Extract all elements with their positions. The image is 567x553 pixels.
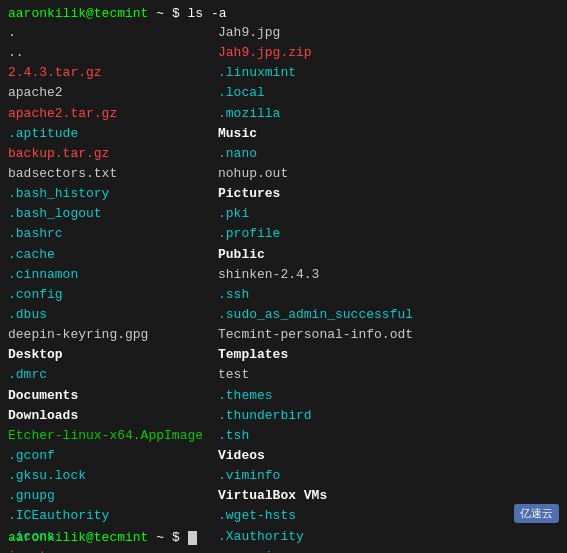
list-item: .dmrc: [8, 365, 208, 385]
list-item: Public: [218, 245, 559, 265]
list-item: Downloads: [8, 406, 208, 426]
list-item: .themes: [218, 386, 559, 406]
list-item: .ssh: [218, 285, 559, 305]
list-item: badsectors.txt: [8, 164, 208, 184]
list-item: .bashrc: [8, 224, 208, 244]
top-prompt-line: aaronkilik@tecmint ~ $ ls -a: [8, 6, 559, 21]
list-item: Jah9.jpg.zip: [218, 43, 559, 63]
terminal-window: aaronkilik@tecmint ~ $ ls -a ...2.4.3.ta…: [0, 0, 567, 553]
list-item: deepin-keyring.gpg: [8, 325, 208, 345]
list-item: Tecmint-personal-info.odt: [218, 325, 559, 345]
list-item: .thunderbird: [218, 406, 559, 426]
list-item: apache2: [8, 83, 208, 103]
list-item: .pki: [218, 204, 559, 224]
list-item: .cinnamon: [8, 265, 208, 285]
list-item: .ICEauthority: [8, 506, 208, 526]
bottom-prompt-line: aaronkilik@tecmint ~ $: [8, 530, 197, 545]
list-item: .config: [8, 285, 208, 305]
list-item: nohup.out: [218, 164, 559, 184]
bottom-prompt-user: aaronkilik@tecmint: [8, 530, 148, 545]
list-item: .local: [218, 83, 559, 103]
list-item: .xsession-errors: [218, 547, 559, 553]
cursor: [188, 531, 197, 545]
watermark-label: 亿速云: [520, 507, 553, 519]
list-item: 2.4.3.tar.gz: [8, 63, 208, 83]
list-item: Jah9.jpg: [218, 23, 559, 43]
list-item: backup.tar.gz: [8, 144, 208, 164]
watermark: 亿速云: [514, 504, 559, 523]
list-item: .linuxmint: [218, 63, 559, 83]
list-item: Pictures: [218, 184, 559, 204]
col-left: ...2.4.3.tar.gzapache2apache2.tar.gz.apt…: [8, 23, 208, 553]
list-item: .gconf: [8, 446, 208, 466]
col-right: Jah9.jpgJah9.jpg.zip.linuxmint.local.moz…: [218, 23, 559, 553]
list-item: Templates: [218, 345, 559, 365]
list-item: .nano: [218, 144, 559, 164]
list-item: .sudo_as_admin_successful: [218, 305, 559, 325]
list-item: .: [8, 23, 208, 43]
prompt-user: aaronkilik@tecmint: [8, 6, 148, 21]
list-item: VirtualBox VMs: [218, 486, 559, 506]
list-item: .gnupg: [8, 486, 208, 506]
list-item: .viminfo: [218, 466, 559, 486]
list-item: .mozilla: [218, 104, 559, 124]
list-item: Music: [218, 124, 559, 144]
list-item: Documents: [8, 386, 208, 406]
list-item: .bash_logout: [8, 204, 208, 224]
file-listing: ...2.4.3.tar.gzapache2apache2.tar.gz.apt…: [8, 23, 559, 553]
list-item: .profile: [218, 224, 559, 244]
list-item: .tsh: [218, 426, 559, 446]
list-item: ..: [8, 43, 208, 63]
list-item: Videos: [218, 446, 559, 466]
list-item: Desktop: [8, 345, 208, 365]
list-item: .Xauthority: [218, 527, 559, 547]
list-item: .wget-hsts: [218, 506, 559, 526]
list-item: .aptitude: [8, 124, 208, 144]
list-item: .gksu.lock: [8, 466, 208, 486]
list-item: shinken-2.4.3: [218, 265, 559, 285]
list-item: test: [218, 365, 559, 385]
list-item: .cache: [8, 245, 208, 265]
list-item: apache2.tar.gz: [8, 104, 208, 124]
list-item: .bash_history: [8, 184, 208, 204]
list-item: .dbus: [8, 305, 208, 325]
list-item: Etcher-linux-x64.AppImage: [8, 426, 208, 446]
list-item: iso.tar.gz: [8, 547, 208, 553]
